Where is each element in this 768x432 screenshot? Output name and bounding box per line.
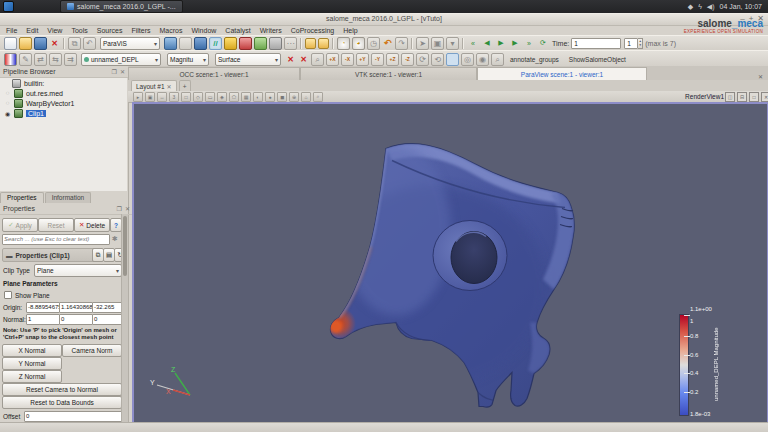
new-file-icon[interactable]: [4, 37, 17, 50]
redo-icon[interactable]: ↷: [395, 37, 408, 50]
maximize-view-icon[interactable]: □: [749, 92, 759, 102]
menu-filters[interactable]: Filters: [131, 27, 150, 34]
menu-window[interactable]: Window: [191, 27, 216, 34]
properties-vertical-scrollbar[interactable]: [121, 214, 128, 432]
pipeline-item-builtin[interactable]: builtin:: [0, 78, 127, 88]
visibility-eye-icon[interactable]: ◌: [4, 90, 11, 96]
camera-minus-z-icon[interactable]: -Z: [401, 53, 414, 66]
select-frustum-points-icon[interactable]: ◈: [217, 92, 227, 102]
visibility-eye-icon[interactable]: ◉: [4, 110, 11, 117]
vcr-play-icon[interactable]: ▶: [494, 37, 508, 50]
rescale-custom-range-icon[interactable]: ⇆: [49, 53, 62, 66]
annotate-groups-button[interactable]: annotate_groups: [510, 56, 559, 63]
delete-button[interactable]: ✕ Delete: [74, 218, 110, 232]
menu-view[interactable]: View: [47, 27, 62, 34]
tab-vtk-viewer[interactable]: VTK scene:1 - viewer:1: [300, 67, 477, 80]
camera-plus-z-icon[interactable]: +Z: [386, 53, 399, 66]
select-points-icon[interactable]: ✕: [298, 54, 309, 65]
zoom-to-box-icon[interactable]: ⌕: [311, 53, 324, 66]
origin-x-field[interactable]: -8.8895467552: [26, 302, 60, 313]
select-surface-icon[interactable]: □: [181, 92, 191, 102]
reset-center-icon[interactable]: ⌕: [491, 53, 504, 66]
interactive-select-icon[interactable]: ◐: [253, 92, 263, 102]
center-axes-visibility-icon[interactable]: [446, 53, 459, 66]
gear-icon[interactable]: ✱: [112, 235, 118, 243]
paste-icon[interactable]: ↶: [83, 37, 96, 50]
pipeline-browser-header[interactable]: Pipeline Browser ❐ ✕: [0, 66, 128, 78]
med-module-icon[interactable]: [224, 37, 237, 50]
edit-colormap-icon[interactable]: ✎: [19, 53, 32, 66]
z-normal-button[interactable]: Z Normal: [2, 370, 62, 383]
normal-y-field[interactable]: 0: [59, 314, 93, 325]
gauge2-icon[interactable]: ◕: [352, 37, 365, 50]
show-center-icon[interactable]: ◎: [461, 53, 474, 66]
close-dock-icon[interactable]: ✕: [125, 205, 130, 212]
menu-catalyst[interactable]: Catalyst: [225, 27, 250, 34]
more-modules-icon[interactable]: ⋯: [284, 37, 297, 50]
select-frustum-icon[interactable]: ▭: [205, 92, 215, 102]
mesh-module-icon[interactable]: [179, 37, 192, 50]
rescale-data-range-icon[interactable]: ⇄: [34, 53, 47, 66]
camera-minus-x-icon[interactable]: -X: [341, 53, 354, 66]
menu-tools[interactable]: Tools: [71, 27, 87, 34]
select-block-icon[interactable]: ▦: [241, 92, 251, 102]
rotate-90-cw-icon[interactable]: ⟳: [416, 53, 429, 66]
launcher-icon[interactable]: [3, 1, 14, 12]
close-dock-icon[interactable]: ✕: [120, 68, 125, 75]
piston-model[interactable]: [134, 104, 767, 432]
reset-camera-icon[interactable]: ⌂: [301, 92, 311, 102]
bluetooth-icon[interactable]: ϟ: [698, 3, 702, 10]
module-selector[interactable]: ParaViS ▾: [100, 37, 160, 50]
render-view-3d[interactable]: Z Y X 1.1e+00 1 0.8 0.6 0.4 0.2 1.8e-03 …: [132, 102, 768, 432]
camera-3d-icon[interactable]: 3: [169, 92, 179, 102]
menu-writers[interactable]: Writers: [260, 27, 282, 34]
menu-coprocessing[interactable]: CoProcessing: [291, 27, 335, 34]
open-in-view-icon[interactable]: ▸: [133, 92, 143, 102]
component-selector[interactable]: Magnitu ▾: [167, 53, 209, 66]
menu-edit[interactable]: Edit: [26, 27, 38, 34]
split-horizontal-icon[interactable]: ◫: [725, 92, 735, 102]
camera-minus-y-icon[interactable]: -Y: [371, 53, 384, 66]
zoom-to-data-icon[interactable]: ⊕: [289, 92, 299, 102]
menu-help[interactable]: Help: [343, 27, 357, 34]
geometry-module-icon[interactable]: [164, 37, 177, 50]
tab-layout-1[interactable]: Layout #1 ✕: [131, 80, 177, 91]
representation-selector[interactable]: Surface ▾: [215, 53, 281, 66]
show-salome-object-button[interactable]: ShowSalomeObject: [569, 56, 626, 63]
rubber-zoom-icon[interactable]: ⌕: [313, 92, 323, 102]
tab-paraview-viewer[interactable]: ParaView scene:1 - viewer:1: [477, 67, 647, 80]
pipeline-item-outresmed[interactable]: ◌ out.res.med: [0, 88, 127, 98]
hover-points-icon[interactable]: ●: [265, 92, 275, 102]
open-recent-icon[interactable]: [318, 38, 329, 49]
pipeline-item-warpbyvector[interactable]: ◌ WarpByVector1: [0, 98, 127, 108]
colormap-icon[interactable]: [4, 53, 17, 66]
interaction-mode-icon[interactable]: ↔: [157, 92, 167, 102]
tools-module-icon[interactable]: [269, 37, 282, 50]
visibility-eye-icon[interactable]: ◌: [4, 100, 11, 106]
copy-icon[interactable]: ⧉: [68, 37, 81, 50]
tab-occ-viewer[interactable]: OCC scene:1 - viewer:1: [128, 67, 300, 80]
pick-center-icon[interactable]: ◉: [476, 53, 489, 66]
x-normal-button[interactable]: X Normal: [2, 344, 62, 357]
clock[interactable]: 04 Jan, 10:07: [720, 3, 762, 10]
properties-clip1-section[interactable]: ▬ Properties (Clip1): [2, 248, 98, 262]
float-dock-icon[interactable]: ❐: [112, 68, 117, 75]
rescale-temporal-icon[interactable]: ⇉: [64, 53, 77, 66]
volume-icon[interactable]: ◀): [707, 3, 715, 10]
select-cells-icon[interactable]: ✕: [285, 54, 296, 65]
reset-button[interactable]: Reset: [38, 218, 74, 232]
split-vertical-icon[interactable]: ⊟: [737, 92, 747, 102]
frame-spinner[interactable]: ▲▼: [638, 38, 643, 49]
normal-z-field[interactable]: 0: [92, 314, 124, 325]
camera-plus-y-icon[interactable]: +Y: [356, 53, 369, 66]
apply-button[interactable]: ✓ Apply: [2, 218, 38, 232]
reset-to-data-bounds-button[interactable]: Reset to Data Bounds: [2, 396, 122, 409]
tab-information[interactable]: Information: [45, 192, 92, 203]
aster-module-icon[interactable]: [194, 37, 207, 50]
close-layout-icon[interactable]: ✕: [167, 83, 172, 90]
scalar-bar-legend[interactable]: 1.1e+00 1 0.8 0.6 0.4 0.2 1.8e-03 unname…: [675, 304, 731, 422]
float-dock-icon[interactable]: ❐: [117, 205, 122, 212]
pointer-icon[interactable]: ➤: [416, 37, 429, 50]
select-surface-points-icon[interactable]: ◇: [193, 92, 203, 102]
pipeline-item-clip1[interactable]: ◉ Clip1: [0, 108, 127, 118]
